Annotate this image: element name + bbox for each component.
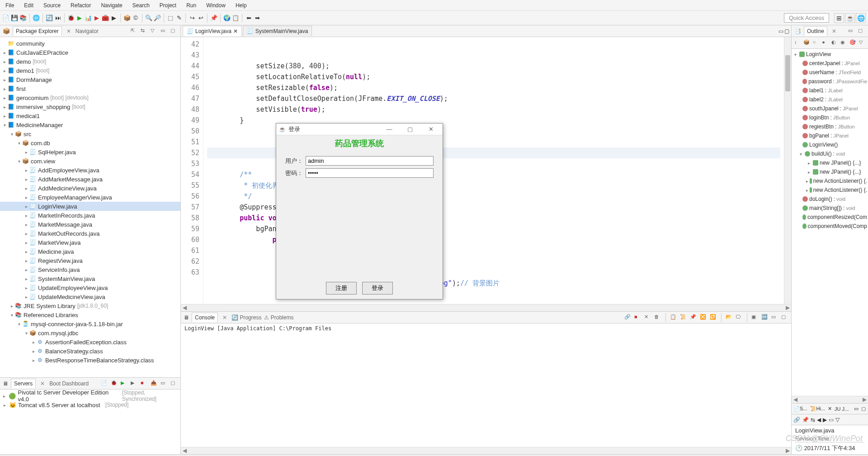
outline-method[interactable]: componentMoved(Comp [793,222,867,231]
project-row[interactable]: ▸📘demo [boot] [0,57,180,66]
forward-icon[interactable]: ➡ [254,14,261,22]
close-icon[interactable]: ✕ [221,314,229,321]
console-terminateall-icon[interactable]: ✕ [644,314,651,321]
java-file-selected[interactable]: ▸🧾LoginView.java [0,202,180,211]
hist-next-icon[interactable]: ▶ [823,417,827,423]
console-remove-icon[interactable]: 🗑 [654,314,661,321]
code-editor[interactable]: 4243444546474849505152535455565758596061… [181,37,791,304]
console-select-icon[interactable]: ▣ [751,314,759,321]
java-file[interactable]: ▸🧾ServiceInfo.java [0,265,180,274]
vertical-scrollbar[interactable] [784,37,791,304]
maximize-icon[interactable]: ▢ [784,28,789,34]
persp-java-icon[interactable]: ☕ [845,13,855,23]
java-file[interactable]: ▸🧾AddMarketMessage.java [0,175,180,184]
jar-file[interactable]: ▾🫙mysql-connector-java-5.1.18-bin.jar [0,319,180,328]
outline-tree[interactable]: ▾LoginView centerJpanel : JPanel userNam… [792,49,868,396]
java-file[interactable]: ▸🧾MarketInRecords.java [0,211,180,220]
maximize-icon[interactable]: ▢ [858,28,865,35]
hist-compare-icon[interactable]: ⇆ [811,417,815,423]
console-clear-icon[interactable]: 📋 [670,314,677,321]
server-row[interactable]: ▸🟢Pivotal tc Server Developer Edition v4… [2,391,179,400]
menu-source[interactable]: Source [42,1,62,10]
maximize-icon[interactable]: ▢ [170,28,178,35]
outline-field[interactable]: password : JPasswordFie [793,77,867,86]
minimize-icon[interactable]: ▭ [854,406,859,412]
package-explorer-tree[interactable]: 📁community ▸📘CuitJavaEEPractice ▸📘demo [… [0,37,180,377]
username-input[interactable] [306,156,434,166]
tab-package-explorer[interactable]: Package Explorer [13,26,62,36]
outline-ctor[interactable]: LoginView() [793,140,867,149]
outline-field[interactable]: userName : JTextField [793,68,867,77]
mark-icon[interactable]: ✎ [175,14,183,22]
console-display-icon[interactable]: 🖵 [736,314,743,321]
external-icon[interactable]: 🧰 [102,14,109,22]
back-icon[interactable]: ⬅ [245,14,252,22]
hide-nonpublic-icon[interactable]: ◐ [831,39,838,47]
server-publish-icon[interactable]: 📤 [151,380,158,387]
console-new-icon[interactable]: 🆕 [761,314,769,321]
console-link-icon[interactable]: 🔗 [624,314,632,321]
hist-link-icon[interactable]: 🔗 [793,417,800,423]
new-icon[interactable]: 📄 [2,14,9,22]
saveall-icon[interactable]: 📚 [19,14,27,22]
tab-history[interactable]: 📜Hi... [810,406,826,412]
package-row[interactable]: ▾📦com.view [0,157,180,166]
world-icon[interactable]: 🌍 [223,14,231,22]
debug-icon[interactable]: 🐞 [67,14,75,22]
outline-field[interactable]: bgPanel : JPanel [793,131,867,140]
tab-outline[interactable]: Outline [804,26,827,36]
close-icon[interactable]: ✕ [233,28,238,34]
java-file[interactable]: ▸🧾UpdateEmployeeView.java [0,283,180,292]
tab-boot-dashboard[interactable]: Boot Dashboard [49,380,89,387]
maximize-icon[interactable]: ▢ [861,406,866,412]
collapse-all-icon[interactable]: ⇱ [131,28,138,35]
tab-console[interactable]: Console [192,313,218,322]
hist-pin-icon[interactable]: 📌 [802,417,809,423]
outline-scrollbar[interactable]: ◀▶ [792,396,868,403]
maximize-icon[interactable]: ▢ [170,380,178,387]
runboot-icon[interactable]: ▶ [110,14,118,22]
persp-open-icon[interactable]: ⊞ [834,13,844,23]
browser-icon[interactable]: 🌐 [33,14,40,22]
server-action-icon[interactable]: 📄 [101,380,108,387]
outline-anon[interactable]: ▸new ActionListener() {. [793,185,867,195]
save-icon[interactable]: 💾 [11,14,18,22]
class-file[interactable]: ▸⚙AssertionFailedException.class [0,337,180,347]
close-icon[interactable]: ✕ [38,380,47,387]
login-button[interactable]: 登录 [362,282,393,294]
filter-icon[interactable]: 📦 [803,39,810,47]
java-file[interactable]: ▸🧾MarketOutRecords.java [0,229,180,238]
server-profile-icon[interactable]: ▶ [131,380,138,387]
view-menu-icon[interactable]: ▽ [151,28,158,35]
project-row[interactable]: ▸📘DormManage [0,75,180,84]
tab-progress[interactable]: 🔄 Progress [231,314,261,321]
outline-field[interactable]: southJpanel : JPanel [793,104,867,113]
java-file[interactable]: ▸🧾AddMedicineView.java [0,184,180,193]
console-toggle-icon[interactable]: 🔀 [700,314,707,321]
outline-field[interactable]: centerJpanel : JPanel [793,59,867,68]
hist-col-icon[interactable]: ▭ [829,417,834,423]
register-button[interactable]: 注册 [326,282,357,294]
outline-method[interactable]: componentResized(Com [793,213,867,222]
minimize-icon[interactable]: ▭ [160,380,168,387]
focus-icon[interactable]: 🎯 [849,39,856,47]
java-file[interactable]: ▸🧾MarketMessage.java [0,220,180,229]
menu-help[interactable]: Help [234,1,249,10]
server-debug-icon[interactable]: 🐞 [111,380,118,387]
password-input[interactable] [306,168,434,178]
outline-method[interactable]: ▾buildUi() : void [793,149,867,158]
console-body[interactable]: LoginView [Java Application] C:\Program … [181,323,791,447]
editor-tab[interactable]: 🧾SystemMainView.java [243,26,312,36]
tab-junit[interactable]: JU J... [835,406,849,412]
project-row[interactable]: ▸📘CuitJavaEEPractice [0,48,180,57]
pin-icon[interactable]: 📌 [210,14,217,22]
package-row[interactable]: ▾📦com.db [0,138,180,147]
step2-icon[interactable]: ↩ [197,14,204,22]
link-editor-icon[interactable]: ⇆ [141,28,148,35]
toggle-icon[interactable]: ⬚ [167,14,174,22]
console-scroll-icon[interactable]: 📜 [680,314,687,321]
outline-anon[interactable]: ▸new JPanel() {...} [793,158,867,167]
minimize-icon[interactable]: ▭ [771,314,778,321]
menu-icon[interactable]: ▽ [859,39,865,47]
persp-jee-icon[interactable]: 🌐 [856,13,866,23]
